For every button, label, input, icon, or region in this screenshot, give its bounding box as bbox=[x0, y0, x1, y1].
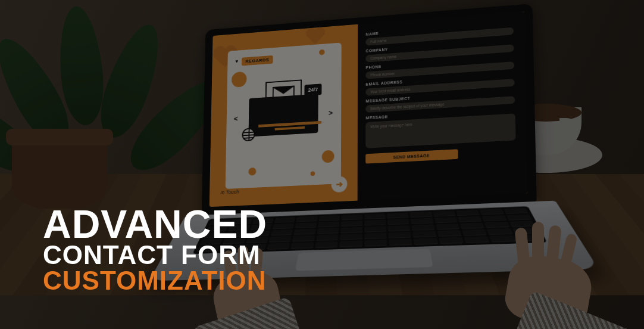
headline-line-2: CONTACT FORM bbox=[43, 242, 267, 269]
headline-line-1: ADVANCED bbox=[43, 204, 267, 244]
promo-scene: REGARDS 24/7 <> In Touch ➜ N bbox=[0, 0, 644, 329]
headline: ADVANCED CONTACT FORM CUSTOMIZATION bbox=[43, 204, 267, 294]
headline-line-3: CUSTOMIZATION bbox=[43, 268, 267, 294]
